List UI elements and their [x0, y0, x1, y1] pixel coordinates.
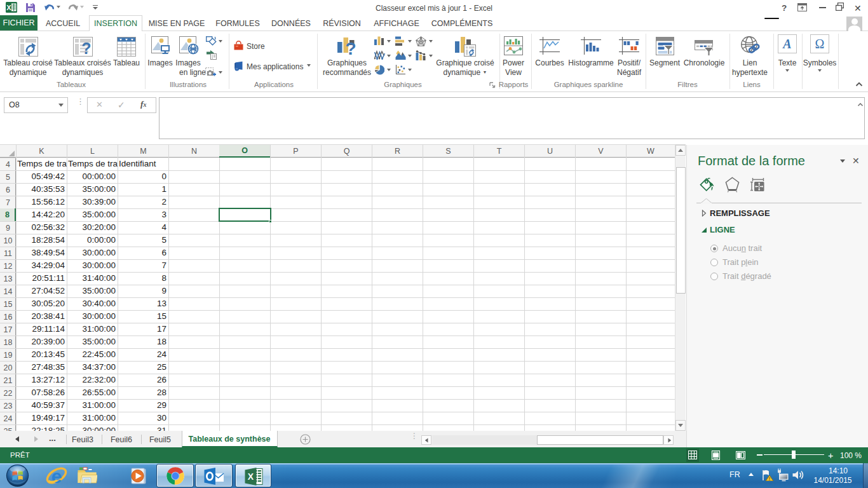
svg-text:?: ? [345, 39, 356, 57]
svg-text:X: X [6, 4, 11, 11]
svg-text:X: X [247, 471, 254, 482]
svg-text:!: ! [769, 476, 771, 481]
svg-text:e: e [51, 466, 62, 487]
svg-text:Ω: Ω [815, 37, 825, 51]
svg-text:?: ? [81, 39, 91, 57]
svg-text:A: A [782, 37, 791, 51]
